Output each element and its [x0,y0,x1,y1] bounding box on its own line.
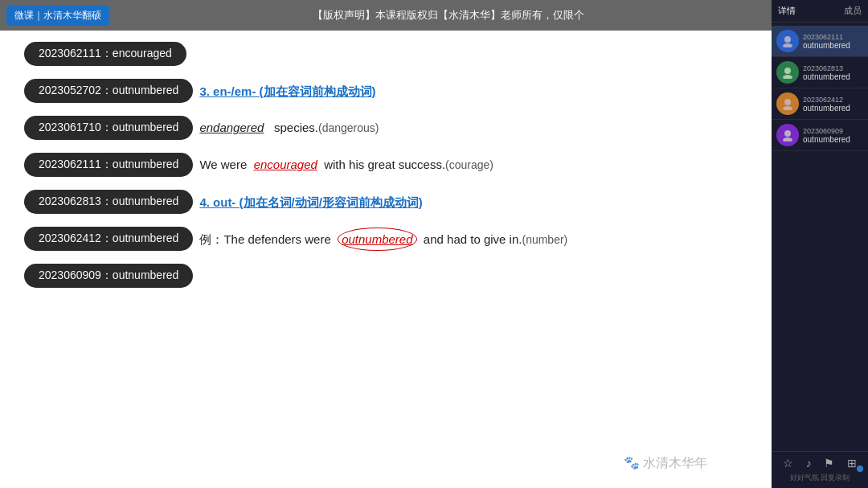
svg-point-0 [784,36,791,43]
example-text-3: 例：The defenders were outnumbered and had… [199,228,567,251]
svg-point-6 [784,130,791,137]
flag-icon[interactable]: ⚑ [824,457,834,470]
sidebar-item-word-1: outnumbered [803,72,863,81]
main-content: 微课｜水清木华翻硕 【版权声明】本课程版权归【水清木华】老师所有，仅限个 202… [0,0,772,488]
avatar-1 [776,61,799,84]
content-row-6: 2023062412：outnumbered 例：The defenders w… [24,223,747,254]
sidebar-item-id-0: 2023062111 [803,33,863,41]
banner-title: 【版权声明】本课程版权归【水清木华】老师所有，仅限个 [125,8,772,23]
sidebar-item-id-1: 2023062813 [803,64,863,72]
blue-dot-indicator [857,465,863,472]
content-row-7: 2023060909：outnumbered [24,260,747,291]
word-endangered: endangered [199,121,264,134]
sidebar-item-info-0: 2023062111 outnumbered [803,33,863,50]
sidebar-item-word-2: outnumbered [803,104,863,113]
sidebar-item-0[interactable]: 2023062111 outnumbered [772,26,868,57]
avatar-2 [776,92,799,115]
content-row-1: 2023062111：encouraged [24,39,747,69]
top-banner: 微课｜水清木华翻硕 【版权声明】本课程版权归【水清木华】老师所有，仅限个 [0,0,772,31]
sidebar-item-word-0: outnumbered [803,41,863,50]
svg-point-2 [784,68,791,74]
sidebar-item-id-3: 2023060909 [803,127,863,135]
sidebar-item-info-3: 2023060909 outnumbered [803,127,863,144]
svg-point-5 [783,106,792,110]
watermark: 🐾 水清木华年 [624,455,707,472]
content-row-3: 2023061710：outnumbered endangered specie… [24,113,747,143]
hint-number: (number) [522,233,567,246]
pill-row3[interactable]: 2023061710：outnumbered [24,116,193,140]
sidebar-header: 详情 成员 [772,0,868,23]
sidebar-footer: ☆ ♪ ⚑ ⊞ 好好气氛 回复录制 [772,451,868,488]
sidebar: 详情 成员 2023062111 outnumbered 2023062813 … [772,0,868,488]
grid-icon[interactable]: ⊞ [847,457,857,470]
content-row-5: 2023062813：outnumbered 4. out- (加在名词/动词/… [24,187,747,217]
svg-point-3 [783,75,792,79]
section-heading-2: 4. out- (加在名词/动词/形容词前构成动词) [199,195,423,211]
banner-logo: 微课｜水清木华翻硕 [6,6,109,26]
sidebar-item-2[interactable]: 2023062412 outnumbered [772,88,868,120]
example-text-2: We were encouraged with his great succes… [199,154,493,175]
sidebar-footer-text: 好好气氛 回复录制 [776,473,863,483]
pill-row4[interactable]: 2023062111：outnumbered [24,153,193,177]
content-row-2: 2023052702：outnumbered 3. en-/em- (加在容词前… [24,76,747,106]
avatar-3 [776,124,799,146]
pill-row1[interactable]: 2023062111：encouraged [24,42,186,66]
music-icon[interactable]: ♪ [806,457,812,470]
sidebar-item-word-3: outnumbered [803,135,863,144]
sidebar-footer-icons: ☆ ♪ ⚑ ⊞ [776,457,863,470]
content-body: 2023062111：encouraged 2023052702：outnumb… [0,31,772,488]
sidebar-item-1[interactable]: 2023062813 outnumbered [772,57,868,88]
sidebar-item-id-2: 2023062412 [803,96,863,104]
svg-point-1 [783,43,792,47]
sidebar-item-info-2: 2023062412 outnumbered [803,96,863,113]
hint-dangerous: (dangerous) [318,121,379,134]
example-text-1: endangered species.(dangerous) [199,117,379,138]
avatar-0 [776,30,799,52]
pill-row2[interactable]: 2023052702：outnumbered [24,79,193,103]
svg-point-7 [783,137,792,141]
section-heading-1: 3. en-/em- (加在容词前构成动词) [199,84,375,100]
sidebar-item-3[interactable]: 2023060909 outnumbered [772,120,868,151]
sidebar-items: 2023062111 outnumbered 2023062813 outnum… [772,23,868,451]
content-row-4: 2023062111：outnumbered We were encourage… [24,150,747,180]
pill-row5[interactable]: 2023062813：outnumbered [24,190,193,214]
pill-row7[interactable]: 2023060909：outnumbered [24,264,193,288]
word-encouraged: encouraged [254,158,317,171]
word-outnumbered: outnumbered [338,228,416,251]
sidebar-tab-details[interactable]: 详情 [778,5,796,17]
sidebar-tab-members[interactable]: 成员 [844,5,862,17]
star-icon[interactable]: ☆ [783,457,793,470]
sidebar-item-info-1: 2023062813 outnumbered [803,64,863,81]
pill-row6[interactable]: 2023062412：outnumbered [24,227,193,251]
hint-courage: (courage) [445,158,493,171]
svg-point-4 [784,99,791,105]
